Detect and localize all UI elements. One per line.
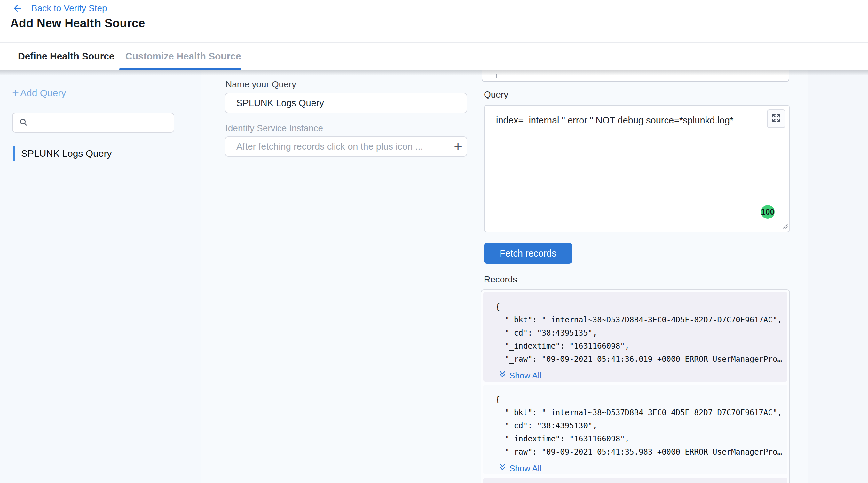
add-query-label: Add Query <box>20 88 66 98</box>
plus-icon: + <box>12 88 19 98</box>
search-icon <box>19 117 28 128</box>
text-cursor-tick <box>496 73 497 79</box>
show-all-label: Show All <box>509 371 541 381</box>
content-area: + Add Query SPLUNK Logs Query <box>0 70 868 483</box>
record-json-line: { <box>495 300 787 313</box>
tab-bar: Define Health Source Customize Health So… <box>0 42 868 70</box>
expand-icon <box>771 113 781 124</box>
active-tab-underline <box>119 68 241 70</box>
record-card-2: { "_bkt": "_internal~38~D537D8B4-3EC0-4D… <box>483 385 787 474</box>
service-instance-field: + <box>225 136 467 157</box>
record-json-line: "_bkt": "_internal~38~D537D8B4-3EC0-4D5E… <box>495 313 787 327</box>
query-form-region: Name your Query Identify Service Instanc… <box>202 70 808 483</box>
record-card-1: { "_bkt": "_internal~38~D537D8B4-3EC0-4D… <box>483 292 787 382</box>
query-name-input[interactable] <box>225 93 467 113</box>
record-json-line: { <box>495 393 787 406</box>
scrolled-off-input[interactable] <box>482 70 789 82</box>
search-input[interactable] <box>28 113 174 132</box>
page-title: Add New Health Source <box>10 17 145 30</box>
record-json-line: "_cd": "38:4395135", <box>495 327 787 340</box>
sidebar-divider <box>12 140 180 141</box>
record-json-line: "_indextime": "1631166098", <box>495 340 787 353</box>
add-query-button[interactable]: + Add Query <box>12 88 66 98</box>
right-gutter <box>808 70 868 483</box>
show-all-link[interactable]: Show All <box>499 463 541 474</box>
query-item-label: SPLUNK Logs Query <box>21 148 112 159</box>
back-to-verify-step-link[interactable]: Back to Verify Step <box>12 3 107 13</box>
fetch-records-button[interactable]: Fetch records <box>484 243 572 264</box>
record-json-line: "_raw": "09-09-2021 05:41:36.019 +0000 E… <box>495 353 787 366</box>
double-chevron-down-icon <box>499 370 506 381</box>
sidebar-item-splunk-logs-query[interactable]: SPLUNK Logs Query <box>13 146 112 161</box>
back-link-label: Back to Verify Step <box>31 3 107 13</box>
query-text: index=_internal " error " NOT debug sour… <box>496 115 733 126</box>
expand-query-button[interactable] <box>767 110 785 128</box>
record-json-line: "_indextime": "1631166098", <box>495 432 787 446</box>
query-list-sidebar: + Add Query SPLUNK Logs Query <box>0 70 202 483</box>
name-your-query-label: Name your Query <box>225 79 296 90</box>
query-search-box[interactable] <box>12 113 174 133</box>
back-arrow-icon <box>12 3 23 13</box>
header: Back to Verify Step Add New Health Sourc… <box>0 0 868 42</box>
record-json-line: "_bkt": "_internal~38~D537D8B4-3EC0-4D5E… <box>495 406 787 419</box>
record-json-line: "_raw": "09-09-2021 05:41:35.983 +0000 E… <box>495 446 787 459</box>
record-count-badge: 100 <box>761 205 775 219</box>
records-label: Records <box>484 274 517 285</box>
identify-service-instance-label: Identify Service Instance <box>225 123 323 133</box>
show-all-label: Show All <box>509 463 541 474</box>
query-label: Query <box>484 90 508 100</box>
query-editor[interactable]: index=_internal " error " NOT debug sour… <box>484 105 790 232</box>
service-instance-input[interactable] <box>225 136 467 157</box>
add-health-source-screen: Back to Verify Step Add New Health Sourc… <box>0 0 868 483</box>
selected-query-indicator-bar <box>13 146 16 161</box>
double-chevron-down-icon <box>499 463 506 474</box>
textarea-resize-handle[interactable] <box>780 221 788 231</box>
add-service-instance-plus-icon[interactable]: + <box>454 138 462 155</box>
tab-customize-health-source[interactable]: Customize Health Source <box>125 42 241 70</box>
record-card-3-partial <box>483 478 787 483</box>
show-all-link[interactable]: Show All <box>499 370 541 381</box>
record-json-line: "_cd": "38:4395130", <box>495 419 787 432</box>
records-panel: { "_bkt": "_internal~38~D537D8B4-3EC0-4D… <box>481 290 790 483</box>
tab-define-health-source[interactable]: Define Health Source <box>18 42 115 70</box>
